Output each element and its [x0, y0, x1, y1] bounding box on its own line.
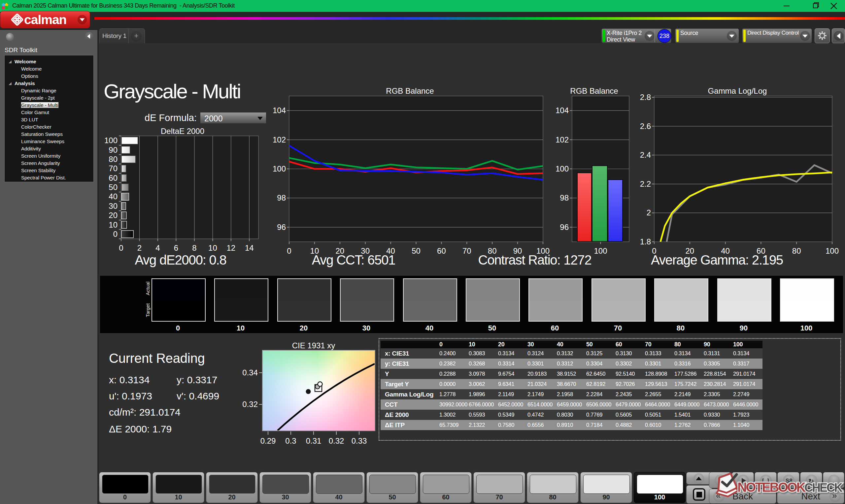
svg-text:10: 10 — [310, 246, 319, 255]
svg-text:50: 50 — [411, 246, 421, 255]
svg-text:2.8: 2.8 — [640, 93, 651, 102]
svg-text:100: 100 — [556, 164, 569, 173]
svg-text:NOTEBOOK: NOTEBOOK — [737, 480, 806, 494]
svg-text:12: 12 — [226, 244, 235, 252]
svg-text:104: 104 — [556, 106, 569, 115]
svg-text:10: 10 — [109, 220, 118, 229]
svg-text:14: 14 — [245, 244, 254, 252]
svg-text:98: 98 — [277, 193, 286, 202]
svg-text:2: 2 — [647, 208, 651, 217]
svg-text:RGB Balance: RGB Balance — [386, 86, 434, 95]
svg-text:70: 70 — [462, 246, 471, 255]
svg-text:80: 80 — [109, 155, 118, 164]
svg-text:80: 80 — [792, 246, 801, 255]
svg-text:40: 40 — [109, 192, 118, 201]
svg-text:RGB Balance: RGB Balance — [570, 86, 618, 95]
svg-text:2: 2 — [137, 244, 142, 252]
svg-text:60: 60 — [109, 174, 118, 182]
svg-text:98: 98 — [560, 193, 569, 202]
svg-text:0.34: 0.34 — [242, 368, 258, 377]
svg-text:6: 6 — [174, 244, 178, 252]
svg-text:20: 20 — [685, 246, 694, 255]
svg-text:0: 0 — [652, 246, 656, 255]
svg-text:4: 4 — [156, 244, 160, 252]
svg-text:60: 60 — [757, 246, 765, 255]
svg-text:DeltaE 2000: DeltaE 2000 — [161, 127, 204, 136]
svg-text:0: 0 — [113, 230, 118, 238]
svg-text:100: 100 — [826, 246, 839, 255]
svg-text:20: 20 — [109, 211, 118, 220]
svg-text:30: 30 — [109, 201, 118, 211]
svg-text:50: 50 — [109, 183, 118, 192]
svg-text:100: 100 — [272, 164, 286, 173]
svg-text:10: 10 — [208, 244, 217, 252]
svg-text:Gamma Log/Log: Gamma Log/Log — [708, 86, 767, 95]
svg-text:40: 40 — [386, 246, 395, 255]
svg-text:90: 90 — [109, 145, 118, 155]
svg-text:0.32: 0.32 — [242, 400, 258, 409]
svg-text:60: 60 — [437, 246, 446, 255]
svg-text:20: 20 — [335, 246, 344, 255]
svg-text:40: 40 — [721, 246, 730, 255]
svg-text:1.8: 1.8 — [640, 237, 651, 246]
svg-text:CHECK: CHECK — [805, 481, 843, 494]
svg-text:2.4: 2.4 — [640, 150, 651, 159]
svg-text:100: 100 — [594, 246, 607, 255]
svg-text:0: 0 — [287, 246, 291, 255]
svg-text:90: 90 — [513, 246, 522, 255]
svg-text:0.29: 0.29 — [261, 436, 276, 445]
svg-text:70: 70 — [109, 164, 118, 173]
svg-text:0.31: 0.31 — [306, 436, 321, 445]
svg-text:96: 96 — [560, 223, 569, 232]
svg-text:96: 96 — [277, 223, 286, 232]
svg-text:0: 0 — [119, 244, 123, 252]
svg-text:0.33: 0.33 — [352, 436, 367, 445]
svg-text:100: 100 — [104, 136, 118, 145]
svg-text:0.3: 0.3 — [285, 436, 296, 445]
svg-text:104: 104 — [272, 106, 286, 115]
svg-text:80: 80 — [488, 246, 497, 255]
svg-text:2.2: 2.2 — [640, 179, 651, 188]
svg-text:2.6: 2.6 — [640, 122, 651, 131]
svg-text:30: 30 — [361, 246, 370, 255]
svg-text:8: 8 — [192, 244, 196, 252]
svg-text:100: 100 — [536, 246, 550, 255]
svg-text:102: 102 — [272, 135, 286, 144]
svg-text:CIE 1931 xy: CIE 1931 xy — [292, 341, 335, 350]
svg-text:102: 102 — [556, 135, 569, 144]
svg-text:0.32: 0.32 — [329, 436, 344, 445]
